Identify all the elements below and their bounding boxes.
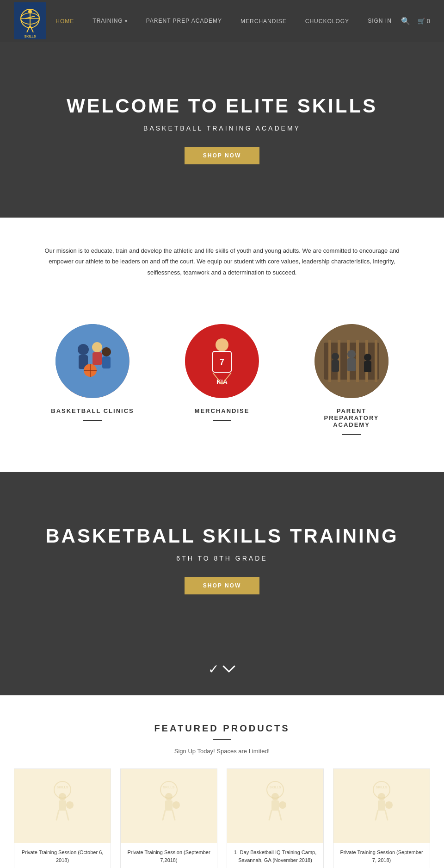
svg-line-47	[66, 811, 68, 820]
nav-links: HOME TRAINING ▾ PARENT PREP ACADEMY MERC…	[46, 17, 401, 25]
svg-line-53	[163, 811, 165, 820]
category-merchandise[interactable]: 7 KIA MERCHANDISE	[176, 324, 268, 421]
category-basketball-image	[56, 324, 130, 398]
nav-sign-in[interactable]: SIGN IN	[368, 18, 392, 24]
svg-text:SKILLS: SKILLS	[57, 786, 68, 789]
category-parent-prep[interactable]: PARENT PREPARATORY ACADEMY	[305, 324, 398, 435]
svg-point-22	[216, 338, 228, 351]
svg-rect-59	[271, 800, 279, 811]
svg-point-38	[364, 354, 371, 361]
hero-section: WELCOME TO ELITE SKILLS BASKETBALL TRAIN…	[0, 42, 444, 218]
hero-shop-now-button[interactable]: SHOP NOW	[185, 147, 259, 164]
product-name-2: Private Training Session (September 7,20…	[125, 849, 212, 864]
svg-point-12	[78, 344, 89, 355]
category-merchandise-image: 7 KIA	[185, 324, 259, 398]
skills-shop-now-button[interactable]: SHOP NOW	[185, 577, 259, 594]
hero-subtitle: BASKETBALL TRAINING ACADEMY	[143, 125, 301, 132]
svg-rect-39	[332, 360, 339, 372]
product-name-3: 1- Day Basketball IQ Training Camp, Sava…	[232, 849, 319, 864]
nav-training[interactable]: TRAINING ▾	[92, 18, 127, 24]
category-merchandise-underline	[213, 420, 231, 421]
svg-text:SKILLS: SKILLS	[163, 786, 175, 789]
product-info-1: Private Training Session (October 6, 201…	[14, 843, 111, 868]
svg-point-36	[332, 353, 339, 360]
svg-rect-66	[378, 800, 385, 811]
category-basketball-underline	[83, 420, 102, 421]
search-icon[interactable]: 🔍	[401, 17, 410, 25]
category-parent-image	[314, 324, 388, 398]
nav-chuckology[interactable]: CHUCKOLOGY	[305, 18, 349, 25]
svg-line-61	[279, 811, 281, 820]
training-dropdown-arrow: ▾	[125, 19, 128, 24]
nav-parent-prep[interactable]: PARENT PREP ACADEMY	[146, 18, 222, 24]
category-merchandise-label: MERCHANDISE	[195, 407, 250, 414]
product-grid: SKILLS Private Training Session (October…	[14, 768, 430, 868]
svg-text:SKILLS: SKILLS	[270, 786, 281, 789]
svg-point-58	[271, 793, 279, 800]
nav-home[interactable]: HOME	[56, 18, 74, 25]
svg-rect-15	[92, 352, 102, 365]
svg-rect-35	[375, 340, 377, 382]
cart-icon[interactable]: 🛒 0	[418, 18, 430, 25]
nav-merchandise[interactable]: MERCHANDISE	[240, 18, 287, 25]
svg-point-48	[66, 801, 74, 809]
cart-count: 0	[427, 18, 430, 25]
hero-title: WELCOME TO ELITE SKILLS	[67, 95, 377, 117]
featured-divider	[213, 739, 231, 740]
product-info-2: Private Training Session (September 7,20…	[121, 843, 217, 868]
category-basketball-clinics[interactable]: BASKETBALL CLINICS	[46, 324, 139, 421]
product-name-1: Private Training Session (October 6, 201…	[19, 849, 106, 864]
product-card-2[interactable]: SKILLS Private Training Session (Septemb…	[120, 768, 217, 868]
svg-line-60	[269, 811, 271, 820]
product-info-4: Private Training Session (September 7, 2…	[333, 843, 430, 868]
product-card-4[interactable]: SKILLS Private Training Session (Septemb…	[333, 768, 430, 868]
product-card-1[interactable]: SKILLS Private Training Session (October…	[14, 768, 111, 868]
product-name-4: Private Training Session (September 7, 2…	[338, 849, 425, 864]
featured-title: FEATURED PRODUCTS	[14, 723, 430, 734]
svg-point-5	[28, 10, 32, 13]
skills-subtitle: 6TH TO 8TH GRADE	[176, 555, 267, 562]
svg-point-51	[165, 793, 173, 800]
product-image-3: SKILLS	[227, 769, 323, 843]
navbar: SKILLS HOME TRAINING ▾ PARENT PREP ACADE…	[0, 0, 444, 42]
product-image-4: SKILLS	[333, 769, 430, 843]
scroll-down-icon[interactable]: ✓	[208, 662, 236, 677]
svg-point-55	[173, 801, 180, 809]
svg-text:SKILLS: SKILLS	[376, 786, 388, 789]
svg-point-62	[279, 801, 286, 809]
svg-point-14	[92, 342, 102, 352]
svg-line-46	[56, 811, 59, 820]
scroll-arrow-section: ✓	[0, 648, 444, 695]
nav-icons: 🔍 🛒 0	[401, 17, 430, 25]
product-image-2: SKILLS	[121, 769, 217, 843]
svg-line-68	[385, 811, 388, 820]
svg-rect-45	[59, 800, 66, 811]
category-parent-label: PARENT PREPARATORY ACADEMY	[310, 407, 393, 428]
svg-point-65	[378, 793, 385, 800]
categories-section: BASKETBALL CLINICS 7 KIA MERCHANDISE	[0, 306, 444, 472]
mission-text: Our mission is to educate, train and dev…	[37, 245, 407, 278]
skills-training-section: BASKETBALL SKILLS TRAINING 6TH TO 8TH GR…	[0, 472, 444, 648]
mission-section: Our mission is to educate, train and dev…	[0, 218, 444, 306]
category-parent-underline	[342, 434, 361, 435]
svg-rect-52	[165, 800, 173, 811]
featured-products-section: FEATURED PRODUCTS Sign Up Today! Spaces …	[0, 695, 444, 868]
skills-title: BASKETBALL SKILLS TRAINING	[45, 525, 399, 547]
svg-rect-30	[328, 340, 331, 382]
svg-rect-17	[102, 356, 111, 368]
product-info-3: 1- Day Basketball IQ Training Camp, Sava…	[227, 843, 323, 868]
site-logo[interactable]: SKILLS	[14, 2, 46, 39]
svg-line-54	[173, 811, 175, 820]
product-image-1: SKILLS	[14, 769, 111, 843]
product-card-3[interactable]: SKILLS 1- Day Basketball IQ Training Cam…	[227, 768, 324, 868]
svg-rect-33	[356, 340, 359, 382]
svg-point-37	[347, 350, 356, 358]
featured-header: FEATURED PRODUCTS Sign Up Today! Spaces …	[14, 723, 430, 755]
featured-subtitle: Sign Up Today! Spaces are Limited!	[14, 748, 430, 755]
svg-rect-40	[347, 358, 356, 371]
svg-text:SKILLS: SKILLS	[25, 35, 36, 38]
svg-text:7: 7	[220, 357, 224, 367]
svg-point-44	[59, 793, 66, 800]
svg-point-69	[385, 801, 393, 809]
svg-rect-41	[364, 361, 371, 372]
